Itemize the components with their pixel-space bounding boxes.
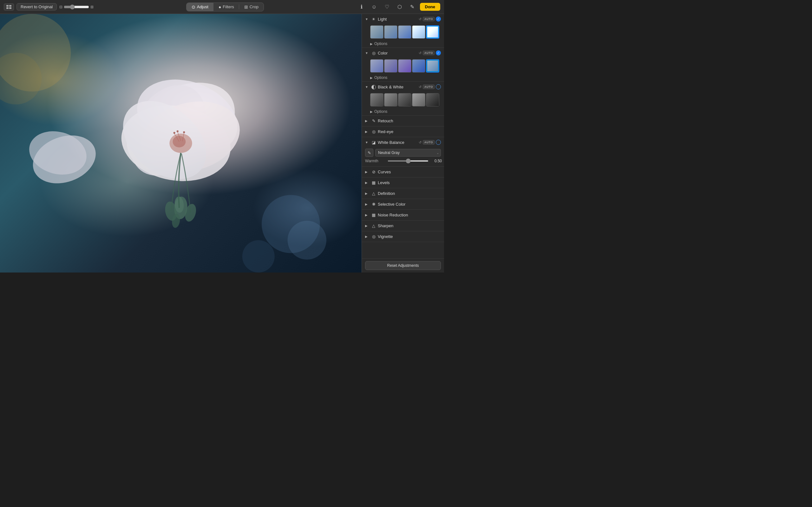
light-options-row[interactable]: ▶ Options — [362, 41, 444, 48]
color-options-label: Options — [374, 75, 387, 80]
wb-preset-select[interactable]: Neutral Gray Auto Daylight Cloudy Flash … — [375, 149, 441, 157]
sharpen-icon: △ — [371, 223, 376, 228]
light-header[interactable]: ▼ ☀ Light ↺ AUTO ✓ — [362, 14, 444, 24]
photo-background — [0, 14, 362, 273]
light-auto-badge[interactable]: AUTO — [423, 17, 435, 21]
wb-warmth-value: 0.50 — [430, 159, 442, 163]
favorites-button[interactable]: ♡ — [382, 2, 392, 12]
sharpen-header[interactable]: ▶ △ Sharpen — [362, 221, 444, 231]
bw-options-row[interactable]: ▶ Options — [362, 108, 444, 115]
retouch-header[interactable]: ▶ ✎ Retouch — [362, 116, 444, 126]
svg-rect-3 — [9, 7, 11, 9]
curves-header[interactable]: ▶ ⊘ Curves — [362, 167, 444, 177]
light-preset-0[interactable] — [370, 25, 384, 39]
color-section: ▼ ◎ Color ↺ AUTO ✓ ▶ — [362, 48, 444, 82]
redeye-expand-arrow: ▶ — [365, 130, 369, 133]
light-preset-3[interactable] — [412, 25, 425, 39]
definition-header[interactable]: ▶ △ Definition — [362, 188, 444, 199]
bw-preset-4[interactable] — [426, 93, 439, 107]
reset-btn-wrap: Reset Adjustments — [362, 258, 444, 273]
bw-enable-toggle[interactable] — [436, 84, 441, 89]
info-button[interactable]: ℹ — [357, 2, 367, 12]
light-enable-toggle[interactable]: ✓ — [436, 16, 441, 21]
light-icon: ☀ — [371, 17, 376, 21]
bw-expand-arrow: ▼ — [365, 85, 369, 89]
color-auto-badge[interactable]: AUTO — [423, 51, 435, 55]
wb-preset-row: ✎ Neutral Gray Auto Daylight Cloudy Flas… — [365, 149, 441, 157]
definition-icon: △ — [371, 191, 376, 196]
light-section: ▼ ☀ Light ↺ AUTO ✓ ▶ — [362, 14, 444, 48]
svg-point-22 — [177, 130, 179, 132]
bw-auto-badge[interactable]: AUTO — [423, 84, 435, 89]
reset-adjustments-button[interactable]: Reset Adjustments — [365, 261, 441, 270]
redeye-header[interactable]: ▶ ◎ Red-eye — [362, 126, 444, 137]
light-preset-2[interactable] — [398, 25, 411, 39]
vignette-icon: ◎ — [371, 234, 376, 239]
toolbar-right: ℹ ☺ ♡ ⬡ ✎ Done — [357, 2, 441, 12]
noise-reduction-expand-arrow: ▶ — [365, 213, 369, 217]
wb-warmth-slider[interactable] — [388, 160, 428, 162]
levels-expand-arrow: ▶ — [365, 181, 369, 184]
wb-header[interactable]: ▼ ◪ White Balance ↺ AUTO — [362, 137, 444, 147]
color-title: Color — [378, 51, 417, 55]
markup-button[interactable]: ✎ — [407, 2, 417, 12]
face-detect-button[interactable]: ☺ — [369, 2, 379, 12]
tab-adjust[interactable]: ⊙ Adjust — [187, 3, 213, 11]
vignette-header[interactable]: ▶ ◎ Vignette — [362, 231, 444, 242]
color-preset-4[interactable] — [426, 59, 439, 72]
bw-revert-icon[interactable]: ↺ — [419, 85, 421, 89]
curves-expand-arrow: ▶ — [365, 170, 369, 174]
wb-enable-toggle[interactable] — [436, 140, 441, 145]
bw-preset-0[interactable] — [370, 93, 384, 107]
color-preset-0[interactable] — [370, 59, 384, 72]
color-options-row[interactable]: ▶ Options — [362, 74, 444, 81]
noise-reduction-header[interactable]: ▶ ▦ Noise Reduction — [362, 210, 444, 220]
bw-header[interactable]: ▼ Black & White ↺ AUTO — [362, 82, 444, 92]
definition-title: Definition — [378, 191, 441, 196]
retouch-icon: ✎ — [371, 118, 376, 123]
flower-illustration — [0, 14, 362, 273]
curves-title: Curves — [378, 170, 441, 174]
tab-filters[interactable]: ● Filters — [213, 3, 239, 11]
adjustments-panel: ▼ ☀ Light ↺ AUTO ✓ ▶ — [362, 14, 444, 258]
retouch-section: ▶ ✎ Retouch — [362, 116, 444, 126]
levels-header[interactable]: ▶ ▦ Levels — [362, 177, 444, 188]
share-button[interactable]: ⬡ — [395, 2, 405, 12]
wb-eyedropper-button[interactable]: ✎ — [365, 149, 373, 157]
bw-section: ▼ Black & White ↺ AUTO — [362, 82, 444, 116]
color-enable-toggle[interactable]: ✓ — [436, 50, 441, 55]
bw-controls: ↺ AUTO — [419, 84, 441, 89]
toolbar-center: ⊙ Adjust ● Filters ⊞ Crop — [186, 3, 264, 11]
bw-preset-2[interactable] — [398, 93, 411, 107]
revert-button[interactable]: Revert to Original — [16, 3, 57, 10]
done-button[interactable]: Done — [420, 3, 441, 11]
light-revert-icon[interactable]: ↺ — [419, 17, 421, 21]
grid-view-button[interactable] — [4, 3, 14, 10]
wb-auto-badge[interactable]: AUTO — [423, 140, 435, 145]
color-expand-arrow: ▼ — [365, 51, 369, 55]
bw-preset-1[interactable] — [384, 93, 397, 107]
color-preset-2[interactable] — [398, 59, 411, 72]
redeye-section: ▶ ◎ Red-eye — [362, 126, 444, 137]
vignette-section: ▶ ◎ Vignette — [362, 231, 444, 242]
light-preset-4[interactable] — [426, 25, 439, 39]
color-preset-3[interactable] — [412, 59, 425, 72]
redeye-icon: ◎ — [371, 129, 376, 134]
wb-controls: ↺ AUTO — [419, 140, 441, 145]
bw-half-circle — [371, 85, 376, 89]
zoom-out-icon: ⊟ — [59, 5, 62, 9]
color-preset-1[interactable] — [384, 59, 397, 72]
wb-revert-icon[interactable]: ↺ — [419, 140, 421, 145]
levels-title: Levels — [378, 180, 441, 185]
noise-reduction-section: ▶ ▦ Noise Reduction — [362, 210, 444, 221]
zoom-slider[interactable] — [64, 4, 89, 9]
tab-crop[interactable]: ⊞ Crop — [239, 3, 264, 11]
curves-icon: ⊘ — [371, 170, 376, 174]
bw-preset-3[interactable] — [412, 93, 425, 107]
redeye-title: Red-eye — [378, 129, 441, 134]
color-options-arrow: ▶ — [370, 76, 373, 79]
color-revert-icon[interactable]: ↺ — [419, 51, 421, 55]
color-header[interactable]: ▼ ◎ Color ↺ AUTO ✓ — [362, 48, 444, 58]
light-preset-1[interactable] — [384, 25, 397, 39]
selective-color-header[interactable]: ▶ ❋ Selective Color — [362, 199, 444, 210]
